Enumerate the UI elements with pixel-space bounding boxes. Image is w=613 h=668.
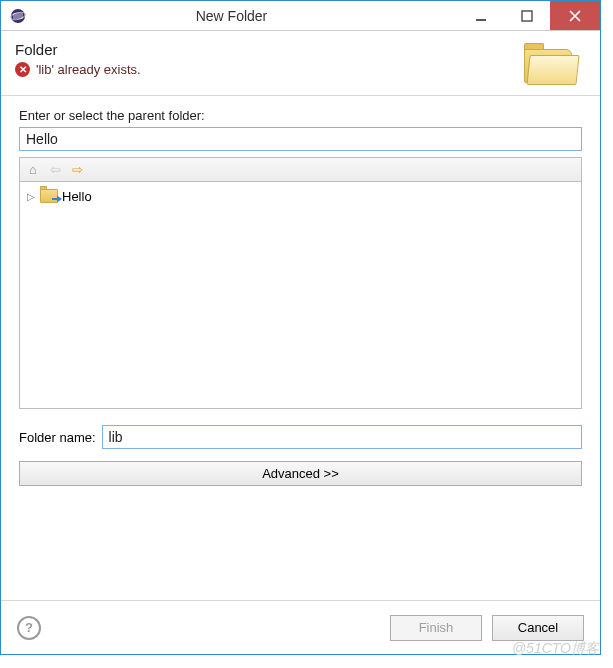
title-bar: New Folder <box>1 1 600 31</box>
advanced-button[interactable]: Advanced >> <box>19 461 582 486</box>
eclipse-icon <box>9 7 27 25</box>
help-button[interactable]: ? <box>17 616 41 640</box>
header-heading: Folder <box>15 41 141 58</box>
error-row: ✕ 'lib' already exists. <box>15 62 141 77</box>
chevron-right-icon[interactable]: ▷ <box>26 191 36 202</box>
cancel-button[interactable]: Cancel <box>492 615 584 641</box>
forward-button[interactable]: ⇨ <box>68 161 86 179</box>
back-button[interactable]: ⇦ <box>46 161 64 179</box>
folder-tree[interactable]: ▷ Hello <box>19 181 582 409</box>
tree-item-label: Hello <box>62 189 92 204</box>
home-icon: ⌂ <box>29 162 37 177</box>
arrow-left-icon: ⇦ <box>50 162 61 177</box>
tree-item[interactable]: ▷ Hello <box>26 186 575 206</box>
parent-folder-label: Enter or select the parent folder: <box>19 108 582 123</box>
finish-button: Finish <box>390 615 482 641</box>
home-button[interactable]: ⌂ <box>24 161 42 179</box>
window-title: New Folder <box>35 8 458 24</box>
minimize-button[interactable] <box>458 1 504 30</box>
tree-toolbar: ⌂ ⇦ ⇨ <box>19 157 582 181</box>
dialog-header: Folder ✕ 'lib' already exists. <box>1 31 600 95</box>
close-button[interactable] <box>550 1 600 30</box>
folder-name-input[interactable] <box>102 425 582 449</box>
header-text: Folder ✕ 'lib' already exists. <box>15 41 141 77</box>
project-folder-icon <box>40 189 58 203</box>
folder-open-icon <box>522 43 580 87</box>
folder-name-label: Folder name: <box>19 430 96 445</box>
dialog-footer: ? Finish Cancel <box>1 600 600 654</box>
maximize-button[interactable] <box>504 1 550 30</box>
svg-rect-3 <box>522 11 532 21</box>
parent-folder-input[interactable] <box>19 127 582 151</box>
error-icon: ✕ <box>15 62 30 77</box>
dialog-content: Enter or select the parent folder: ⌂ ⇦ ⇨… <box>1 96 600 600</box>
window-controls <box>458 1 600 30</box>
error-message: 'lib' already exists. <box>36 62 141 77</box>
help-icon: ? <box>25 620 33 635</box>
arrow-right-icon: ⇨ <box>72 162 83 177</box>
dialog-window: New Folder Folder ✕ 'lib' already exists… <box>0 0 601 655</box>
folder-name-row: Folder name: <box>19 425 582 449</box>
svg-rect-2 <box>476 19 486 21</box>
